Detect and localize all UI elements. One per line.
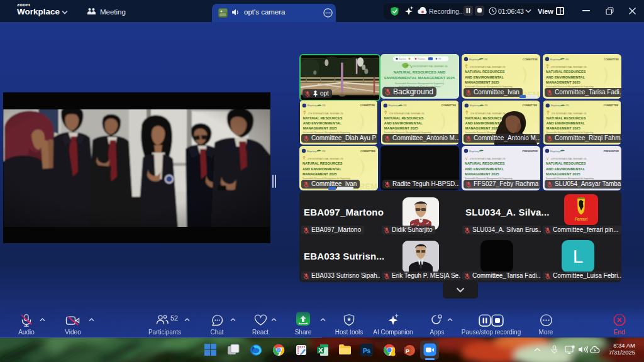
svg-text:Sustainable Resources Manageme: Sustainable Resources Management for Sup… [395, 82, 444, 85]
svg-text:Ferrari: Ferrari [575, 217, 588, 221]
svg-text:NATURAL RESOURCES AND: NATURAL RESOURCES AND [394, 70, 446, 74]
svg-text:4TH INTERNATIONAL SEMINAR ON: 4TH INTERNATIONAL SEMINAR ON [412, 65, 448, 68]
svg-text:Magelang: Magelang [399, 58, 406, 60]
svg-text:Ps: Ps [363, 348, 371, 354]
svg-text:P: P [406, 348, 409, 354]
svg-text:ENVIRONMENTAL MANAGEMENT 2025: ENVIRONMENTAL MANAGEMENT 2025 [384, 76, 455, 80]
svg-text:IPB: IPB [438, 58, 441, 60]
svg-text:Pertamina: Pertamina [418, 58, 425, 60]
